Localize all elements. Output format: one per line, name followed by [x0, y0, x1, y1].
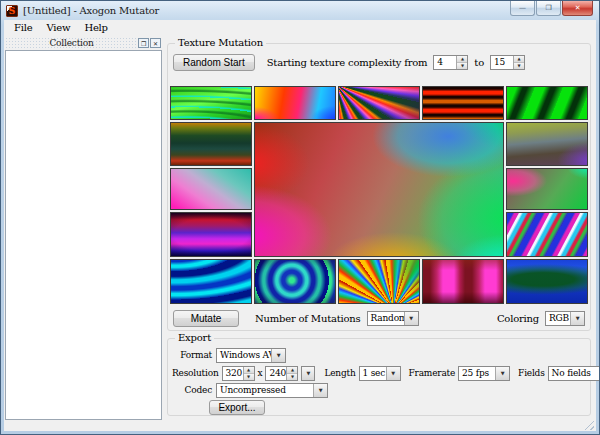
- texture-tile-3[interactable]: [338, 86, 420, 120]
- minimize-icon: —: [519, 4, 526, 12]
- coloring-value: RGB: [546, 312, 570, 325]
- spinner-down-icon[interactable]: ▼: [244, 373, 254, 380]
- framerate-dropdown[interactable]: 25 fps ▼: [458, 366, 510, 381]
- texture-mutation-group: Texture Mutation Random Start Starting t…: [167, 43, 591, 331]
- dock-float-button[interactable]: ❐: [138, 38, 149, 48]
- resolution-x-label: x: [258, 368, 263, 378]
- spinner-down-icon[interactable]: ▼: [514, 62, 524, 69]
- to-label: to: [474, 57, 484, 68]
- texture-tile-15[interactable]: [422, 259, 504, 304]
- dock-close-button[interactable]: ✕: [150, 38, 161, 48]
- menu-bar: File View Help: [4, 20, 596, 34]
- close-icon: ✕: [575, 4, 581, 12]
- window-title: [Untitled] - Axogon Mutator: [23, 5, 159, 16]
- mutations-count-dropdown[interactable]: Random ▼: [367, 311, 419, 326]
- resolution-height-spin-buttons[interactable]: ▲ ▼: [286, 367, 297, 380]
- maximize-button[interactable]: ❐: [536, 1, 561, 16]
- close-button[interactable]: ✕: [562, 1, 593, 16]
- resolution-row: Resolution 320 ▲ ▼ x 240 ▲ ▼: [172, 365, 586, 381]
- client-area: Collection ❐ ✕ Texture Mutation Random S…: [4, 34, 596, 431]
- codec-value: Uncompressed: [217, 384, 313, 397]
- collection-panel: Collection ❐ ✕: [5, 37, 162, 420]
- chevron-down-icon[interactable]: ▼: [386, 367, 400, 380]
- chevron-down-icon[interactable]: ▼: [570, 312, 584, 325]
- complexity-to-spin-buttons[interactable]: ▲ ▼: [513, 56, 524, 69]
- fields-dropdown[interactable]: No fields ▼: [548, 366, 600, 381]
- texture-tile-6[interactable]: [170, 122, 252, 166]
- dock-float-icon: ❐: [141, 40, 146, 47]
- export-button-row: Export...: [172, 399, 586, 415]
- export-button[interactable]: Export...: [209, 400, 265, 415]
- codec-label: Codec: [172, 385, 212, 395]
- texture-tile-1[interactable]: [170, 86, 252, 120]
- texture-tile-8[interactable]: [170, 168, 252, 210]
- chevron-down-icon[interactable]: ▼: [302, 367, 314, 380]
- spinner-down-icon[interactable]: ▼: [287, 373, 297, 380]
- mutations-count-value: Random: [368, 312, 404, 325]
- format-label: Format: [172, 350, 212, 360]
- texture-tile-10[interactable]: [170, 212, 252, 257]
- codec-dropdown[interactable]: Uncompressed ▼: [216, 383, 328, 398]
- resolution-preset-dropdown[interactable]: ▼: [301, 366, 315, 381]
- menu-item-help[interactable]: Help: [78, 21, 115, 34]
- menu-item-view[interactable]: View: [40, 21, 78, 34]
- texture-preview[interactable]: [254, 122, 504, 257]
- resolution-height-value[interactable]: 240: [266, 367, 286, 380]
- texture-tile-2[interactable]: [254, 86, 336, 120]
- complexity-to-spinner[interactable]: 15 ▲ ▼: [490, 55, 525, 70]
- mutate-controls-row: Mutate Number of Mutations Random ▼ Colo…: [173, 309, 585, 327]
- coloring-dropdown[interactable]: RGB ▼: [545, 311, 585, 326]
- resolution-label: Resolution: [172, 368, 219, 378]
- fields-label: Fields: [518, 368, 545, 378]
- app-logo-icon: S: [6, 5, 18, 17]
- mutate-button[interactable]: Mutate: [173, 310, 239, 327]
- resolution-height-spinner[interactable]: 240 ▲ ▼: [265, 366, 298, 381]
- texture-tile-13[interactable]: [254, 259, 336, 304]
- resolution-width-spin-buttons[interactable]: ▲ ▼: [243, 367, 254, 380]
- texture-tile-11[interactable]: [506, 212, 588, 257]
- texture-tile-5[interactable]: [506, 86, 588, 120]
- chevron-down-icon[interactable]: ▼: [271, 349, 285, 362]
- complexity-to-value[interactable]: 15: [491, 56, 513, 69]
- export-group-label: Export: [175, 332, 214, 343]
- format-value: Windows AVI: [217, 349, 271, 362]
- texture-tile-14[interactable]: [338, 259, 420, 304]
- random-start-button[interactable]: Random Start: [173, 54, 255, 71]
- complexity-from-value[interactable]: 4: [434, 56, 456, 69]
- texture-tile-12[interactable]: [170, 259, 252, 304]
- chevron-down-icon[interactable]: ▼: [495, 367, 509, 380]
- format-row: Format Windows AVI ▼: [172, 347, 586, 363]
- texture-mutation-group-label: Texture Mutation: [175, 37, 266, 48]
- minimize-button[interactable]: —: [510, 1, 535, 16]
- chevron-down-icon[interactable]: ▼: [313, 384, 327, 397]
- texture-tile-7[interactable]: [506, 122, 588, 166]
- complexity-from-spinner[interactable]: 4 ▲ ▼: [433, 55, 468, 70]
- spinner-down-icon[interactable]: ▼: [457, 62, 467, 69]
- framerate-value: 25 fps: [459, 367, 495, 380]
- maximize-icon: ❐: [545, 4, 551, 12]
- texture-tile-9[interactable]: [506, 168, 588, 210]
- length-value: 1 sec: [360, 367, 386, 380]
- codec-row: Codec Uncompressed ▼: [172, 382, 586, 398]
- complexity-label: Starting texture complexity from: [267, 57, 428, 68]
- chevron-down-icon[interactable]: ▼: [404, 312, 418, 325]
- app-window: S [Untitled] - Axogon Mutator — ❐ ✕ File…: [0, 0, 600, 435]
- export-group: Export Format Windows AVI ▼ Resolution 3…: [167, 338, 591, 416]
- resize-grip[interactable]: [581, 417, 594, 430]
- dock-close-icon: ✕: [153, 40, 158, 47]
- texture-tile-4[interactable]: [422, 86, 504, 120]
- window-controls: — ❐ ✕: [510, 1, 593, 16]
- resolution-width-spinner[interactable]: 320 ▲ ▼: [222, 366, 255, 381]
- format-dropdown[interactable]: Windows AVI ▼: [216, 348, 286, 363]
- coloring-label: Coloring: [497, 313, 539, 324]
- menu-item-file[interactable]: File: [8, 21, 40, 34]
- complexity-from-spin-buttons[interactable]: ▲ ▼: [456, 56, 467, 69]
- length-dropdown[interactable]: 1 sec ▼: [359, 366, 401, 381]
- framerate-label: Framerate: [409, 368, 456, 378]
- length-label: Length: [324, 368, 355, 378]
- collection-panel-title: Collection: [6, 38, 137, 48]
- resolution-width-value[interactable]: 320: [223, 367, 243, 380]
- collection-panel-titlebar[interactable]: Collection ❐ ✕: [5, 37, 162, 49]
- collection-list[interactable]: [5, 50, 162, 420]
- texture-tile-16[interactable]: [506, 259, 588, 304]
